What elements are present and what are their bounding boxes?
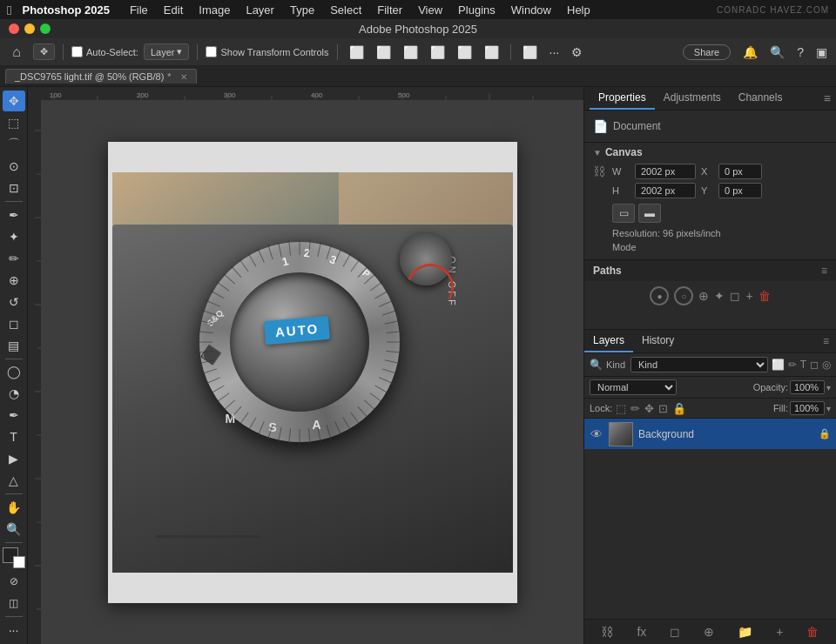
align-center-v-button[interactable]: ⬜ bbox=[454, 44, 475, 61]
load-path-icon[interactable]: ⊕ bbox=[698, 289, 709, 303]
opacity-input[interactable] bbox=[790, 380, 825, 394]
tab-channels[interactable]: Channels bbox=[730, 87, 792, 110]
layer-link-icon[interactable]: ⛓ bbox=[597, 623, 617, 641]
share-button[interactable]: Share bbox=[683, 44, 731, 60]
type-tool[interactable]: T bbox=[3, 426, 25, 447]
dodge-tool[interactable]: ◔ bbox=[3, 383, 25, 404]
stroke-path-icon[interactable]: ○ bbox=[674, 286, 693, 305]
align-center-h-button[interactable]: ⬜ bbox=[373, 44, 394, 61]
path-select-tool[interactable]: ▶ bbox=[3, 448, 25, 469]
layer-visibility-icon[interactable]: 👁 bbox=[590, 427, 603, 441]
layout-button[interactable]: ▣ bbox=[812, 44, 831, 61]
more-options-button[interactable]: ··· bbox=[546, 44, 563, 61]
fill-dropdown-icon[interactable]: ▾ bbox=[826, 404, 831, 413]
menu-layer[interactable]: Layer bbox=[239, 3, 280, 17]
delete-layer-button[interactable]: 🗑 bbox=[803, 623, 822, 641]
lock-all-icon[interactable]: 🔒 bbox=[672, 402, 686, 415]
pen-tool[interactable]: ✒ bbox=[3, 405, 25, 426]
selection-tool[interactable]: ⬚ bbox=[3, 112, 25, 133]
tab-properties[interactable]: Properties bbox=[590, 87, 655, 110]
lock-pixels-icon[interactable]: ✏ bbox=[630, 402, 640, 415]
transform-controls-checkbox[interactable] bbox=[206, 46, 217, 57]
clone-stamp-tool[interactable]: ⊕ bbox=[3, 270, 25, 291]
lasso-tool[interactable]: ⌒ bbox=[3, 134, 25, 155]
menu-image[interactable]: Image bbox=[192, 3, 236, 17]
path-from-selection-icon[interactable]: ✦ bbox=[714, 289, 725, 303]
history-brush-tool[interactable]: ↺ bbox=[3, 292, 25, 312]
shape-tool[interactable]: △ bbox=[3, 470, 25, 491]
fill-input[interactable] bbox=[790, 401, 825, 415]
menu-type[interactable]: Type bbox=[284, 3, 320, 17]
filter-shape-icon[interactable]: ◻ bbox=[810, 359, 819, 371]
blend-mode-select[interactable]: Normal bbox=[590, 379, 677, 395]
tab-history[interactable]: History bbox=[633, 330, 683, 352]
align-right-button[interactable]: ⬜ bbox=[400, 44, 421, 61]
properties-panel-menu-icon[interactable]: ≡ bbox=[824, 91, 831, 105]
landscape-button[interactable]: ▬ bbox=[638, 204, 661, 223]
auto-select-checkbox[interactable] bbox=[71, 46, 83, 57]
menu-help[interactable]: Help bbox=[561, 3, 597, 17]
notifications-button[interactable]: 🔔 bbox=[739, 44, 761, 61]
search-button[interactable]: 🔍 bbox=[766, 44, 788, 61]
create-group-button[interactable]: 📁 bbox=[734, 623, 756, 641]
align-top-button[interactable]: ⬜ bbox=[427, 44, 448, 61]
layer-dropdown-button[interactable]: Layer ▾ bbox=[144, 44, 190, 60]
tab-adjustments[interactable]: Adjustments bbox=[655, 87, 730, 110]
eraser-tool[interactable]: ◻ bbox=[3, 313, 25, 334]
eyedropper-tool[interactable]: ✒ bbox=[3, 205, 25, 225]
menu-plugins[interactable]: Plugins bbox=[452, 3, 502, 17]
more-tools-button[interactable]: ··· bbox=[3, 620, 25, 641]
menu-edit[interactable]: Edit bbox=[158, 3, 189, 17]
heal-tool[interactable]: ✦ bbox=[3, 226, 25, 247]
lock-transparent-icon[interactable]: ⬚ bbox=[616, 402, 626, 415]
menu-window[interactable]: Window bbox=[505, 3, 557, 17]
menu-select[interactable]: Select bbox=[324, 3, 367, 17]
align-bottom-button[interactable]: ⬜ bbox=[481, 44, 502, 61]
hand-tool[interactable]: ✋ bbox=[3, 497, 25, 518]
brush-tool[interactable]: ✏ bbox=[3, 248, 25, 269]
portrait-button[interactable]: ▭ bbox=[612, 204, 635, 223]
quick-mask-toggle[interactable]: ⊘ bbox=[3, 571, 25, 592]
menu-file[interactable]: File bbox=[124, 3, 154, 17]
distribute-button[interactable]: ⬜ bbox=[519, 44, 541, 61]
filter-smart-icon[interactable]: ◎ bbox=[822, 359, 831, 371]
screen-mode-toggle[interactable]: ◫ bbox=[3, 593, 25, 614]
canvas-collapse-arrow[interactable]: ▼ bbox=[593, 148, 602, 158]
layer-item[interactable]: 👁 Background 🔒 bbox=[584, 419, 836, 450]
filter-kind-select[interactable]: Kind bbox=[630, 357, 768, 372]
blur-tool[interactable]: ◯ bbox=[3, 361, 25, 382]
create-adjustment-button[interactable]: ⊕ bbox=[700, 623, 718, 641]
add-mask-icon[interactable]: ◻ bbox=[730, 289, 740, 303]
filter-pixel-icon[interactable]: ⬜ bbox=[772, 359, 785, 371]
document-tab[interactable]: _DSC9765 light.tif @ 50% (RGB/8) * ✕ bbox=[5, 69, 197, 84]
settings-icon-button[interactable]: ⚙ bbox=[568, 44, 586, 61]
background-color[interactable] bbox=[13, 556, 25, 568]
width-input[interactable] bbox=[635, 164, 696, 179]
apple-menu-icon[interactable]:  bbox=[7, 3, 11, 17]
maximize-button[interactable] bbox=[40, 23, 51, 34]
y-input[interactable] bbox=[718, 183, 762, 198]
minimize-button[interactable] bbox=[24, 23, 35, 34]
new-path-icon[interactable]: + bbox=[745, 289, 752, 303]
add-mask-button[interactable]: ◻ bbox=[666, 623, 684, 641]
crop-tool[interactable]: ⊡ bbox=[3, 178, 25, 198]
tab-close-icon[interactable]: ✕ bbox=[180, 72, 187, 82]
canvas-area[interactable]: 100 200 300 400 500 bbox=[28, 87, 583, 644]
lock-position-icon[interactable]: ✥ bbox=[644, 402, 654, 415]
align-left-button[interactable]: ⬜ bbox=[346, 44, 367, 61]
help-button[interactable]: ? bbox=[793, 44, 807, 61]
quick-select-tool[interactable]: ⊙ bbox=[3, 156, 25, 177]
paths-menu-icon[interactable]: ≡ bbox=[821, 265, 827, 277]
layers-panel-menu-icon[interactable]: ≡ bbox=[816, 331, 836, 352]
menu-view[interactable]: View bbox=[412, 3, 448, 17]
foreground-background-colors[interactable] bbox=[3, 547, 25, 568]
height-input[interactable] bbox=[635, 183, 696, 198]
x-input[interactable] bbox=[718, 164, 762, 179]
add-fx-icon[interactable]: fx bbox=[633, 623, 650, 641]
move-tool-button[interactable]: ✥ bbox=[33, 44, 55, 60]
close-button[interactable] bbox=[9, 23, 19, 34]
gradient-tool[interactable]: ▤ bbox=[3, 335, 25, 356]
home-button[interactable]: ⌂ bbox=[5, 41, 28, 64]
delete-path-icon[interactable]: 🗑 bbox=[758, 289, 771, 303]
lock-artboard-icon[interactable]: ⊡ bbox=[658, 402, 668, 415]
